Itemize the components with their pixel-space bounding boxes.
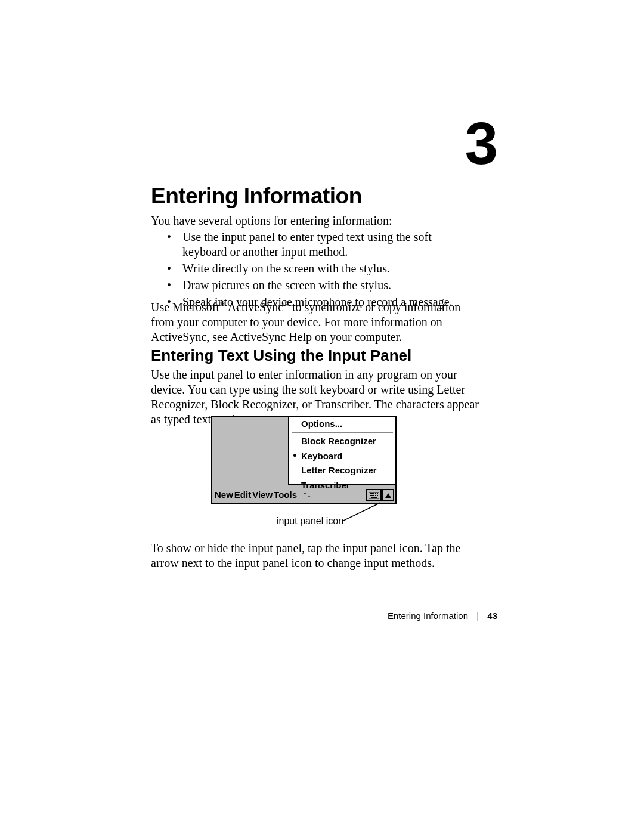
- svg-rect-4: [375, 493, 376, 494]
- text-fragment: Use Microsoft: [151, 301, 219, 314]
- svg-rect-7: [371, 495, 373, 496]
- registered-mark-icon: ®: [219, 299, 225, 308]
- menu-new[interactable]: New: [215, 490, 233, 501]
- svg-rect-8: [373, 495, 374, 496]
- chapter-number: 3: [465, 113, 498, 173]
- pocketpc-screenshot: Options... Block Recognizer Keyboard Let…: [211, 416, 397, 504]
- svg-rect-1: [370, 493, 371, 494]
- page-title: Entering Information: [151, 182, 362, 210]
- separator: [292, 432, 393, 433]
- menu-tools[interactable]: Tools: [274, 490, 297, 501]
- scroll-updown-icon[interactable]: ↑↓: [303, 490, 311, 500]
- footer-section: Entering Information: [388, 611, 468, 621]
- popup-item-keyboard[interactable]: Keyboard: [289, 449, 395, 464]
- popup-options[interactable]: Options...: [289, 417, 395, 432]
- registered-mark-icon: ®: [283, 299, 289, 308]
- text-fragment: ActiveSync: [225, 301, 283, 314]
- menu-view[interactable]: View: [252, 490, 273, 501]
- svg-rect-10: [377, 495, 378, 496]
- paragraph-activesync: Use Microsoft® ActiveSync® to synchroniz…: [151, 299, 485, 345]
- footer-page-number: 43: [487, 611, 497, 621]
- paragraph-closing: To show or hide the input panel, tap the…: [151, 541, 485, 571]
- popup-item-letter-recognizer[interactable]: Letter Recognizer: [289, 463, 395, 478]
- svg-rect-9: [375, 495, 376, 496]
- svg-line-12: [343, 503, 380, 521]
- list-item: Use the input panel to enter typed text …: [167, 230, 477, 259]
- footer-separator: |: [476, 611, 479, 621]
- intro-text: You have several options for entering in…: [151, 213, 392, 228]
- input-panel-button-group: [366, 489, 394, 501]
- svg-rect-2: [371, 493, 373, 494]
- list-item: Draw pictures on the screen with the sty…: [167, 278, 477, 293]
- callout-label: input panel icon: [277, 515, 343, 527]
- input-method-popup: Options... Block Recognizer Keyboard Let…: [288, 416, 397, 485]
- popup-item-block-recognizer[interactable]: Block Recognizer: [289, 434, 395, 449]
- svg-rect-11: [371, 497, 377, 498]
- command-bar: New Edit View Tools ↑↓: [212, 487, 395, 503]
- list-item: Write directly on the screen with the st…: [167, 261, 477, 276]
- page-footer: Entering Information | 43: [0, 611, 644, 622]
- menu-edit[interactable]: Edit: [234, 490, 251, 501]
- svg-rect-3: [373, 493, 374, 494]
- svg-rect-5: [377, 493, 378, 494]
- page: 3 Entering Information You have several …: [0, 0, 644, 833]
- svg-rect-6: [370, 495, 371, 496]
- callout-line: [343, 501, 382, 522]
- input-panel-icon[interactable]: [366, 489, 382, 501]
- input-method-arrow-icon[interactable]: [382, 489, 394, 501]
- section-heading: Entering Text Using the Input Panel: [151, 346, 411, 366]
